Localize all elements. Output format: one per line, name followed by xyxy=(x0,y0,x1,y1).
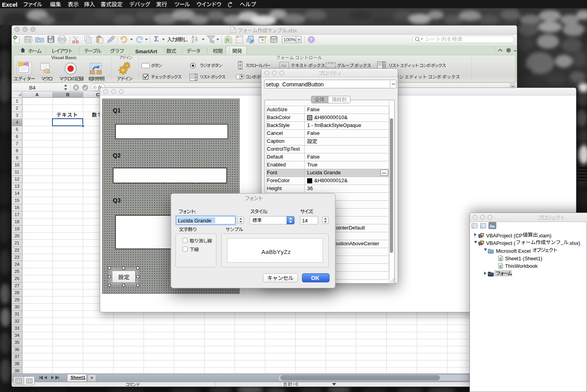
svg-text:33: 33 xyxy=(15,326,19,330)
svg-text:Aa: Aa xyxy=(280,62,287,68)
svg-text:15: 15 xyxy=(15,198,19,203)
svg-text:36: 36 xyxy=(15,347,19,352)
svg-text:37: 37 xyxy=(15,354,19,359)
svg-text:A: A xyxy=(35,92,39,97)
svg-text:12: 12 xyxy=(15,177,19,181)
svg-text:39: 39 xyxy=(15,368,19,373)
svg-text:26: 26 xyxy=(15,276,19,281)
svg-text:6: 6 xyxy=(16,134,18,139)
svg-text:C: C xyxy=(96,92,99,97)
svg-text:Z: Z xyxy=(192,39,194,43)
svg-text:32: 32 xyxy=(15,319,19,323)
svg-text:38: 38 xyxy=(15,361,19,366)
svg-text:31: 31 xyxy=(15,312,19,316)
svg-text:21: 21 xyxy=(15,241,19,245)
svg-text:2: 2 xyxy=(16,106,18,110)
svg-text:11: 11 xyxy=(15,170,19,174)
svg-text:XYZ: XYZ xyxy=(328,62,334,64)
svg-text:35: 35 xyxy=(15,340,19,345)
svg-text:17: 17 xyxy=(15,212,19,217)
svg-text:25: 25 xyxy=(15,269,19,274)
svg-text:28: 28 xyxy=(15,290,19,295)
svg-text:fx: fx xyxy=(226,37,230,43)
svg-text:9: 9 xyxy=(16,155,18,160)
svg-text:20: 20 xyxy=(15,233,19,238)
svg-text:27: 27 xyxy=(15,283,19,288)
svg-text:B: B xyxy=(66,92,69,97)
svg-text:13: 13 xyxy=(15,184,19,189)
svg-text:7: 7 xyxy=(16,141,18,146)
svg-text:24: 24 xyxy=(15,262,19,267)
svg-text:3: 3 xyxy=(16,113,18,118)
svg-text:14: 14 xyxy=(15,191,19,196)
svg-text:29: 29 xyxy=(15,297,19,302)
svg-text:4: 4 xyxy=(16,120,18,125)
svg-text:22: 22 xyxy=(15,248,19,252)
svg-text:1: 1 xyxy=(16,99,18,103)
svg-text:19: 19 xyxy=(15,226,19,231)
svg-text:?: ? xyxy=(310,37,313,43)
svg-text:10: 10 xyxy=(15,162,19,167)
svg-text:8: 8 xyxy=(16,148,18,153)
svg-text:5: 5 xyxy=(16,127,18,132)
svg-text:30: 30 xyxy=(15,304,19,309)
svg-text:16: 16 xyxy=(15,205,19,210)
svg-text:23: 23 xyxy=(15,255,19,259)
svg-text:34: 34 xyxy=(15,333,19,338)
svg-text:18: 18 xyxy=(15,219,19,224)
